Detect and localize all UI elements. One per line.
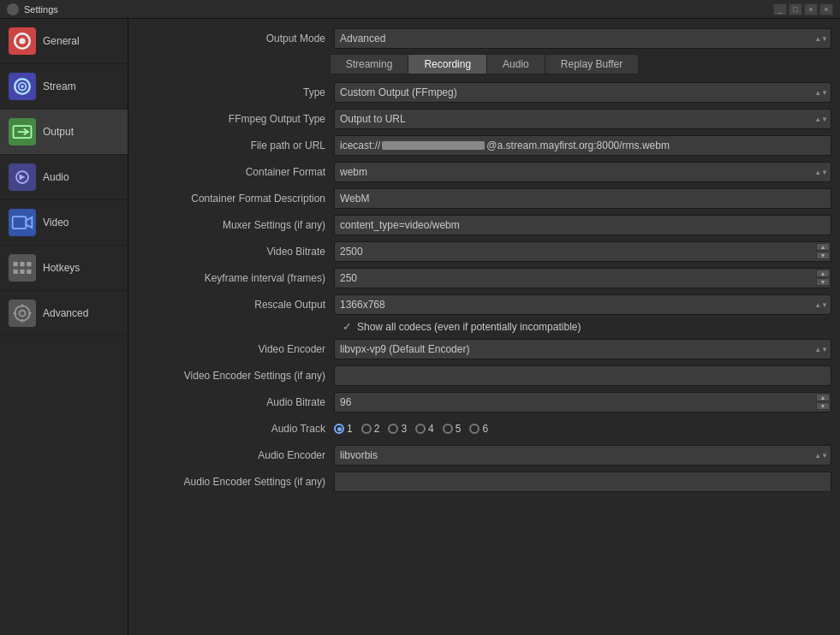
video-encoder-label: Video Encoder xyxy=(137,343,334,355)
audio-track-3[interactable]: 3 xyxy=(388,423,407,435)
svg-rect-9 xyxy=(20,262,24,266)
container-format-select[interactable]: webm xyxy=(334,162,831,182)
app-icon xyxy=(7,3,19,15)
sidebar-label-general: General xyxy=(43,35,80,47)
close-button[interactable]: × xyxy=(804,3,818,15)
maximize-button[interactable]: □ xyxy=(789,3,802,15)
tab-streaming[interactable]: Streaming xyxy=(330,54,408,74)
window-title: Settings xyxy=(24,4,773,15)
output-mode-select[interactable]: Advanced xyxy=(334,28,831,49)
extra-button[interactable]: × xyxy=(819,3,833,15)
audio-bitrate-up[interactable]: ▲ xyxy=(816,394,830,401)
audio-track-4[interactable]: 4 xyxy=(415,423,434,435)
sidebar: General Stream Output xyxy=(0,19,128,635)
tab-replay-buffer[interactable]: Replay Buffer xyxy=(545,54,640,74)
video-bitrate-down[interactable]: ▼ xyxy=(816,252,830,259)
video-encoder-settings-input[interactable] xyxy=(334,365,831,386)
video-bitrate-up[interactable]: ▲ xyxy=(816,243,830,251)
type-select[interactable]: Custom Output (FFmpeg) xyxy=(334,82,831,103)
container-format-label: Container Format xyxy=(137,166,334,178)
audio-bitrate-down[interactable]: ▼ xyxy=(816,402,830,410)
tab-audio[interactable]: Audio xyxy=(486,54,545,74)
audio-encoder-settings-row: Audio Encoder Settings (if any) xyxy=(137,471,831,493)
svg-point-15 xyxy=(20,311,26,317)
svg-point-1 xyxy=(20,39,26,45)
content-area: Output Mode Advanced Streaming Recording… xyxy=(128,19,840,635)
video-encoder-select[interactable]: libvpx-vp9 (Default Encoder) xyxy=(334,339,831,359)
tabs-row: Streaming Recording Audio Replay Buffer xyxy=(137,54,831,74)
container-format-control: webm xyxy=(334,162,831,182)
radio-2-circle xyxy=(361,424,372,434)
sidebar-item-general[interactable]: General xyxy=(0,19,128,64)
audio-track-5[interactable]: 5 xyxy=(443,423,462,435)
file-path-field[interactable]: icecast://@a.stream.mayfirst.org:8000/rm… xyxy=(334,135,831,156)
svg-rect-10 xyxy=(27,262,31,266)
sidebar-label-stream: Stream xyxy=(43,80,76,92)
type-control: Custom Output (FFmpeg) xyxy=(334,82,831,103)
sidebar-item-advanced[interactable]: Advanced xyxy=(0,291,128,336)
audio-bitrate-label: Audio Bitrate xyxy=(137,396,334,408)
window-controls[interactable]: _ □ × × xyxy=(773,3,833,15)
rescale-output-select[interactable]: 1366x768 xyxy=(334,294,831,315)
radio-4-label: 4 xyxy=(428,423,434,435)
file-path-prefix: icecast:// xyxy=(340,139,380,151)
rescale-output-control: 1366x768 xyxy=(334,294,831,315)
audio-track-1[interactable]: 1 xyxy=(334,423,353,435)
video-encoder-settings-label: Video Encoder Settings (if any) xyxy=(137,370,334,382)
muxer-settings-control xyxy=(334,215,831,235)
ffmpeg-output-type-select[interactable]: Output to URL xyxy=(334,109,831,129)
type-row: Type Custom Output (FFmpeg) xyxy=(137,81,831,104)
audio-encoder-select[interactable]: libvorbis xyxy=(334,445,831,466)
audio-encoder-select-wrapper: libvorbis xyxy=(334,445,831,466)
ffmpeg-output-type-row: FFmpeg Output Type Output to URL xyxy=(137,108,831,130)
keyframe-interval-up[interactable]: ▲ xyxy=(816,270,830,277)
container-format-desc-row: Container Format Description WebM xyxy=(137,187,831,210)
audio-encoder-settings-input[interactable] xyxy=(334,472,831,492)
show-all-codecs-row[interactable]: ✓ Show all codecs (even if potentially i… xyxy=(137,320,831,333)
radio-6-circle xyxy=(469,424,480,434)
keyframe-interval-input[interactable] xyxy=(334,268,831,288)
rescale-output-row: Rescale Output 1366x768 xyxy=(137,294,831,316)
sidebar-item-audio[interactable]: Audio xyxy=(0,155,128,200)
audio-bitrate-control: ▲ ▼ xyxy=(334,392,831,412)
svg-rect-13 xyxy=(27,270,31,274)
tab-recording[interactable]: Recording xyxy=(408,54,486,74)
video-bitrate-spinner: ▲ ▼ xyxy=(334,241,831,262)
muxer-settings-input[interactable] xyxy=(334,215,831,235)
type-label: Type xyxy=(137,86,334,98)
video-icon xyxy=(9,209,36,236)
audio-bitrate-spinners: ▲ ▼ xyxy=(816,394,830,410)
video-encoder-row: Video Encoder libvpx-vp9 (Default Encode… xyxy=(137,338,831,360)
audio-bitrate-input[interactable] xyxy=(334,392,831,412)
show-all-codecs-label: Show all codecs (even if potentially inc… xyxy=(357,321,581,333)
output-mode-select-wrapper: Advanced xyxy=(334,28,831,49)
keyframe-interval-down[interactable]: ▼ xyxy=(816,278,830,286)
sidebar-label-video: Video xyxy=(43,217,69,228)
container-format-select-wrapper: webm xyxy=(334,162,831,182)
sidebar-item-video[interactable]: Video xyxy=(0,200,128,246)
video-bitrate-input[interactable] xyxy=(334,241,831,262)
sidebar-item-hotkeys[interactable]: Hotkeys xyxy=(0,246,128,291)
keyframe-interval-spinner: ▲ ▼ xyxy=(334,268,831,288)
file-path-control: icecast://@a.stream.mayfirst.org:8000/rm… xyxy=(334,135,831,156)
minimize-button[interactable]: _ xyxy=(773,3,787,15)
sidebar-item-output[interactable]: Output xyxy=(0,110,128,155)
ffmpeg-output-type-select-wrapper: Output to URL xyxy=(334,109,831,129)
video-encoder-settings-row: Video Encoder Settings (if any) xyxy=(137,365,831,387)
titlebar: Settings _ □ × × xyxy=(0,0,840,19)
general-icon xyxy=(9,27,36,55)
video-encoder-control: libvpx-vp9 (Default Encoder) xyxy=(334,339,831,359)
audio-track-6[interactable]: 6 xyxy=(469,423,488,435)
sidebar-item-stream[interactable]: Stream xyxy=(0,64,128,110)
sidebar-label-output: Output xyxy=(43,126,74,138)
svg-rect-12 xyxy=(20,270,24,274)
audio-bitrate-row: Audio Bitrate ▲ ▼ xyxy=(137,391,831,413)
output-mode-label: Output Mode xyxy=(137,33,334,45)
radio-6-label: 6 xyxy=(482,423,488,435)
advanced-icon xyxy=(9,300,36,327)
type-select-wrapper: Custom Output (FFmpeg) xyxy=(334,82,831,103)
radio-2-label: 2 xyxy=(374,423,380,435)
video-bitrate-control: ▲ ▼ xyxy=(334,241,831,262)
container-format-row: Container Format webm xyxy=(137,161,831,183)
audio-track-2[interactable]: 2 xyxy=(361,423,380,435)
